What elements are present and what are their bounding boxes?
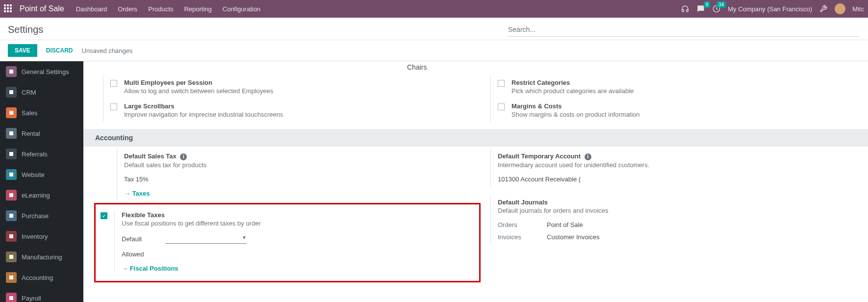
taxes-link[interactable]: Taxes	[124, 190, 150, 197]
fiscal-positions-link[interactable]: Fiscal Positions	[122, 265, 179, 272]
sales-tax-value: Tax 15%	[124, 176, 206, 183]
sidebar-item-website[interactable]: Website	[0, 164, 83, 185]
svg-rect-8	[9, 214, 13, 218]
setting-title: Restrict Categories	[511, 79, 634, 86]
sidebar-icon	[6, 231, 17, 242]
sidebar-item-referrals[interactable]: Referrals	[0, 144, 83, 164]
setting-desc: Show margins & costs on product informat…	[511, 111, 640, 118]
support-icon[interactable]	[681, 4, 689, 13]
avatar[interactable]	[835, 3, 845, 14]
sidebar-item-label: CRM	[22, 89, 36, 96]
sidebar-item-label: Rental	[22, 130, 40, 137]
sidebar-icon	[6, 107, 17, 118]
activities-icon[interactable]: 34	[712, 4, 721, 13]
sidebar-icon	[6, 169, 17, 180]
sidebar-icon	[6, 66, 17, 77]
sidebar-item-label: Purchase	[22, 212, 49, 220]
sidebar-item-general-settings[interactable]: General Settings	[0, 61, 83, 82]
invoices-label: Invoices	[498, 233, 547, 241]
svg-rect-10	[9, 255, 13, 259]
flexible-taxes-highlight: ✓ Flexible Taxes Use fiscal positions to…	[94, 203, 481, 282]
debug-icon[interactable]	[819, 4, 828, 13]
svg-rect-12	[9, 296, 13, 300]
checkbox-margins-costs[interactable]	[498, 103, 505, 110]
search-input[interactable]	[507, 23, 860, 37]
info-icon[interactable]: i	[180, 153, 187, 160]
sidebar-icon	[6, 87, 17, 98]
unsaved-status: Unsaved changes	[81, 47, 132, 54]
info-icon[interactable]: i	[585, 153, 591, 160]
app-title[interactable]: Point of Sale	[20, 4, 64, 13]
sidebar-icon	[6, 190, 17, 201]
setting-desc: Default sales tax for products	[124, 161, 206, 169]
svg-rect-3	[9, 111, 13, 115]
setting-title: Default Sales Tax i	[124, 152, 206, 160]
checkbox-multi-employees[interactable]	[110, 80, 117, 87]
setting-desc: Pick which product categories are availa…	[511, 87, 634, 95]
nav-products[interactable]: Products	[148, 5, 173, 13]
page-title: Settings	[8, 24, 43, 35]
save-button[interactable]: SAVE	[8, 44, 37, 57]
setting-default-sales-tax: Default Sales Tax i Default sales tax fo…	[117, 149, 481, 201]
header-row: Settings	[0, 18, 868, 40]
svg-rect-9	[9, 234, 13, 238]
sidebar-icon	[6, 272, 17, 283]
setting-large-scrollbars: Large Scrollbars Improve navigation for …	[103, 99, 481, 122]
sidebar-item-sales[interactable]: Sales	[0, 102, 83, 123]
sidebar-item-label: Website	[22, 171, 45, 178]
setting-title: Default Temporary Account i	[498, 152, 649, 160]
sidebar-item-label: Accounting	[22, 274, 53, 281]
activities-badge: 34	[716, 1, 726, 8]
nav-reporting[interactable]: Reporting	[184, 5, 211, 13]
setting-default-journals: Default Journals Default journals for or…	[490, 195, 868, 245]
discard-button[interactable]: DISCARD	[46, 47, 73, 54]
category-ref: Chairs	[83, 61, 868, 73]
nav-dashboard[interactable]: Dashboard	[76, 5, 107, 13]
sidebar-item-payroll[interactable]: Payroll	[0, 288, 83, 302]
setting-title: Flexible Taxes	[122, 211, 261, 219]
orders-value: Point of Sale	[547, 221, 583, 228]
default-fiscal-input[interactable]	[166, 234, 247, 244]
sidebar-icon	[6, 128, 17, 139]
sidebar-item-elearning[interactable]: eLearning	[0, 185, 83, 205]
sales-tax-title: Default Sales Tax	[124, 152, 177, 160]
messages-badge: 9	[704, 1, 711, 8]
setting-desc: Use fiscal positions to get different ta…	[122, 220, 261, 227]
checkbox-flexible-taxes[interactable]: ✓	[101, 212, 107, 219]
setting-margins-costs: Margins & Costs Show margins & costs on …	[490, 99, 868, 122]
nav-orders[interactable]: Orders	[118, 5, 137, 13]
top-nav: Dashboard Orders Products Reporting Conf…	[76, 5, 260, 13]
invoices-value: Customer Invoices	[547, 233, 600, 241]
setting-title: Margins & Costs	[511, 102, 640, 110]
sidebar-item-label: Manufacturing	[22, 253, 62, 261]
messages-icon[interactable]: 9	[696, 4, 705, 13]
sidebar-item-accounting[interactable]: Accounting	[0, 267, 83, 288]
checkbox-restrict-categories[interactable]	[498, 80, 505, 87]
temp-account-value: 101300 Account Receivable (	[498, 176, 649, 183]
sidebar-item-label: Payroll	[22, 295, 41, 302]
checkbox-large-scrollbars[interactable]	[110, 103, 117, 110]
sidebar-item-rental[interactable]: Rental	[0, 123, 83, 144]
settings-content: Chairs Multi Employees per Session Allow…	[83, 61, 868, 302]
orders-label: Orders	[498, 221, 547, 228]
allowed-label: Allowed	[122, 251, 161, 258]
nav-configuration[interactable]: Configuration	[223, 5, 260, 13]
sidebar-item-manufacturing[interactable]: Manufacturing	[0, 247, 83, 267]
sidebar-item-crm[interactable]: CRM	[0, 82, 83, 102]
sidebar-item-inventory[interactable]: Inventory	[0, 226, 83, 247]
sidebar-item-label: Referrals	[22, 151, 48, 158]
default-label: Default	[122, 235, 161, 243]
setting-flexible-taxes: ✓ Flexible Taxes Use fiscal positions to…	[101, 207, 474, 276]
sidebar-item-label: eLearning	[22, 192, 50, 199]
temp-account-title: Default Temporary Account	[498, 152, 581, 160]
apps-icon[interactable]	[4, 4, 13, 13]
setting-title: Default Journals	[498, 199, 608, 206]
setting-desc: Intermediary account used for unidentifi…	[498, 161, 649, 169]
username[interactable]: Mitc	[852, 5, 864, 13]
sidebar-icon	[6, 293, 17, 302]
sidebar-icon	[6, 149, 17, 159]
sidebar-icon	[6, 210, 17, 221]
svg-rect-7	[9, 193, 13, 197]
company-switcher[interactable]: My Company (San Francisco)	[728, 5, 812, 13]
sidebar-item-purchase[interactable]: Purchase	[0, 205, 83, 226]
